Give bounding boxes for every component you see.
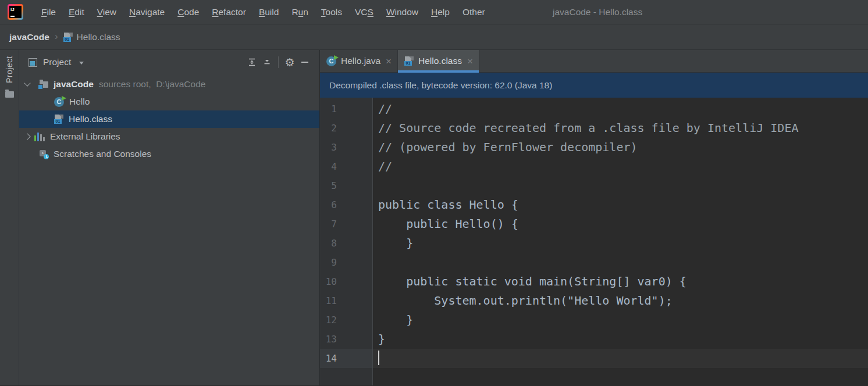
line-number[interactable]: 11 xyxy=(320,291,372,310)
expand-all-icon xyxy=(247,58,257,67)
menu-item-code[interactable]: Code xyxy=(171,0,205,24)
tree-item-label: Hello.class xyxy=(69,114,112,124)
close-icon[interactable]: × xyxy=(467,56,473,66)
line-number[interactable]: 2 xyxy=(320,119,372,138)
tab-label: Hello.class xyxy=(418,56,462,66)
chevron-down-icon[interactable] xyxy=(79,62,84,65)
editor-gutter: 1 2 3 4 5 6 7 8 9 10 11 12 13 14 xyxy=(320,98,373,385)
menu-bar: IJ File Edit View Navigate Code Refactor… xyxy=(0,0,868,24)
code-line-caret[interactable] xyxy=(373,349,868,368)
code-line[interactable]: // (powered by FernFlower decompiler) xyxy=(373,138,868,157)
hide-panel-button[interactable] xyxy=(297,55,312,70)
line-number[interactable]: 13 xyxy=(320,330,372,349)
java-class-icon: C xyxy=(54,97,64,107)
gear-icon: ⚙ xyxy=(284,57,294,68)
menu-items: File Edit View Navigate Code Refactor Bu… xyxy=(35,0,492,24)
line-number[interactable]: 1 xyxy=(320,99,372,119)
app-window: IJ File Edit View Navigate Code Refactor… xyxy=(0,0,868,386)
source-root-folder-icon xyxy=(40,81,48,88)
tree-item-label: Hello xyxy=(69,96,90,107)
project-panel-header: Project xyxy=(19,50,319,74)
line-number[interactable]: 10 xyxy=(320,272,372,291)
line-number[interactable]: 9 xyxy=(320,253,372,272)
code-line[interactable]: public class Hello { xyxy=(373,195,868,215)
project-tool-window: Project xyxy=(19,50,320,385)
line-number[interactable]: 3 xyxy=(320,138,372,157)
code-line[interactable]: } xyxy=(373,330,868,349)
menu-item-view[interactable]: View xyxy=(91,0,123,24)
code-line[interactable]: // xyxy=(373,99,868,119)
chevron-right-icon[interactable] xyxy=(24,133,30,140)
menu-item-other[interactable]: Other xyxy=(456,0,492,24)
line-number[interactable]: 5 xyxy=(320,176,372,195)
tree-item-hello-class[interactable]: 01 Hello.class xyxy=(19,110,319,128)
window-title: javaCode - Hello.class xyxy=(553,0,642,24)
menu-item-help[interactable]: Help xyxy=(425,0,456,24)
code-line[interactable] xyxy=(373,253,868,272)
menu-item-run[interactable]: Run xyxy=(285,0,314,24)
tab-hello-class[interactable]: 01 Hello.class × xyxy=(398,50,479,72)
tree-item-label: javaCode xyxy=(54,79,94,90)
menu-item-tools[interactable]: Tools xyxy=(315,0,348,24)
menu-item-file[interactable]: File xyxy=(35,0,62,24)
tree-item-scratches[interactable]: › Scratches and Consoles xyxy=(19,145,319,163)
tree-item-javacode[interactable]: javaCode sources root, D:\javaCode xyxy=(19,76,319,93)
tree-item-external-libraries[interactable]: External Libraries xyxy=(19,128,319,145)
collapse-all-icon xyxy=(262,58,272,67)
project-stripe-button[interactable]: Project xyxy=(5,56,14,83)
code-line[interactable]: public Hello() { xyxy=(373,215,868,234)
menu-item-window[interactable]: Window xyxy=(380,0,425,24)
code-line[interactable]: // Source code recreated from a .class f… xyxy=(373,119,868,138)
line-number-active[interactable]: 14 xyxy=(320,349,372,368)
editor-area: C Hello.java × 01 Hello.class × Decompil… xyxy=(320,50,868,385)
tree-item-label: Scratches and Consoles xyxy=(54,149,151,159)
tree-item-label: External Libraries xyxy=(50,131,120,142)
line-number[interactable]: 4 xyxy=(320,157,372,176)
decompiled-banner: Decompiled .class file, bytecode version… xyxy=(320,73,868,98)
scratches-icon: › xyxy=(40,150,48,159)
expand-all-button[interactable] xyxy=(244,55,259,70)
menu-item-vcs[interactable]: VCS xyxy=(348,0,380,24)
tree-item-hello[interactable]: C Hello xyxy=(19,93,319,110)
line-number[interactable]: 12 xyxy=(320,310,372,330)
code-line[interactable]: public static void main(String[] var0) { xyxy=(373,272,868,291)
class-file-icon: 01 xyxy=(63,33,73,42)
menu-item-navigate[interactable]: Navigate xyxy=(123,0,171,24)
code-line[interactable]: } xyxy=(373,234,868,253)
menu-item-build[interactable]: Build xyxy=(252,0,285,24)
line-number[interactable]: 8 xyxy=(320,234,372,253)
code-line[interactable]: // xyxy=(373,157,868,176)
menu-item-edit[interactable]: Edit xyxy=(62,0,91,24)
code-line[interactable] xyxy=(373,176,868,195)
chevron-down-icon[interactable] xyxy=(24,80,30,86)
editor-body[interactable]: 1 2 3 4 5 6 7 8 9 10 11 12 13 14 // xyxy=(320,98,868,385)
breadcrumb-file[interactable]: Hello.class xyxy=(77,32,120,42)
menu-item-refactor[interactable]: Refactor xyxy=(205,0,252,24)
code-line[interactable]: System.out.println("Hello World"); xyxy=(373,291,868,310)
tab-label: Hello.java xyxy=(341,56,380,66)
code-area[interactable]: // // Source code recreated from a .clas… xyxy=(373,98,868,385)
settings-button[interactable]: ⚙ xyxy=(282,55,297,70)
banner-text: Decompiled .class file, bytecode version… xyxy=(329,80,552,91)
line-number[interactable]: 7 xyxy=(320,215,372,234)
collapse-all-button[interactable] xyxy=(259,55,275,70)
text-caret xyxy=(378,351,379,365)
editor-tabs: C Hello.java × 01 Hello.class × xyxy=(320,50,868,73)
clock-icon xyxy=(44,154,49,159)
toolbar-separator xyxy=(278,56,279,68)
intellij-logo-icon: IJ xyxy=(8,4,23,20)
breadcrumb: javaCode › 01 Hello.class xyxy=(0,24,868,50)
project-panel-title[interactable]: Project xyxy=(43,57,71,67)
libraries-icon xyxy=(34,133,45,141)
line-number[interactable]: 6 xyxy=(320,195,372,215)
breadcrumb-project[interactable]: javaCode xyxy=(9,32,49,42)
breadcrumb-separator-icon: › xyxy=(55,31,58,42)
project-tree: javaCode sources root, D:\javaCode C Hel… xyxy=(19,74,319,163)
java-class-icon: C xyxy=(326,56,336,66)
class-file-icon: 01 xyxy=(404,56,414,66)
tool-window-icon xyxy=(29,58,37,67)
tab-hello-java[interactable]: C Hello.java × xyxy=(320,50,398,72)
code-line[interactable]: } xyxy=(373,310,868,330)
close-icon[interactable]: × xyxy=(386,56,392,66)
folder-icon[interactable] xyxy=(5,91,14,98)
